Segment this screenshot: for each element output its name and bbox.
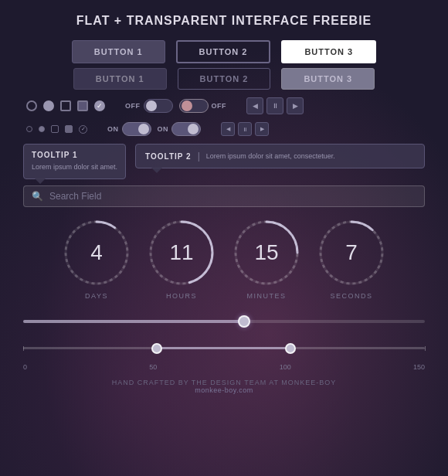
footer-url[interactable]: monkee-boy.com — [23, 386, 425, 394]
minutes-label: MINUTES — [247, 292, 287, 300]
toggle-off-2[interactable]: OFF — [179, 99, 227, 113]
search-icon: 🔍 — [32, 191, 43, 202]
media-next-button[interactable]: ▶ — [287, 97, 304, 114]
button-3-secondary[interactable]: BUTTON 3 — [281, 68, 375, 90]
tooltip-2-separator: | — [198, 151, 200, 162]
media-pause-button[interactable]: ⏸ — [266, 97, 283, 114]
toggle-switch-4[interactable] — [171, 122, 201, 136]
toggle-switch-3[interactable] — [122, 122, 151, 136]
range-thumb-left[interactable] — [151, 343, 162, 354]
footer-credit: HAND CRAFTED BY THE DESIGN TEAM AT MONKE… — [23, 379, 425, 386]
checkbox-unchecked-2[interactable] — [77, 100, 88, 111]
range-labels: 0 50 100 150 — [23, 363, 425, 371]
range-slider-track — [23, 347, 425, 349]
single-slider-track — [23, 320, 425, 323]
range-label-100: 100 — [280, 363, 291, 371]
single-slider-section — [23, 314, 425, 329]
button-2-primary[interactable]: BUTTON 2 — [176, 40, 271, 63]
page-title: FLAT + TRANSPARENT INTERFACE FREEBIE — [23, 14, 425, 28]
media-controls-small: ◀ ⏸ ▶ — [221, 122, 269, 136]
range-thumb-right[interactable] — [285, 343, 296, 354]
timer-hours: 11 HOURS — [147, 218, 216, 300]
timer-days: 4 DAYS — [62, 218, 131, 300]
radio-selected[interactable] — [43, 100, 54, 111]
search-field-wrapper: 🔍 — [23, 185, 425, 207]
single-slider-thumb[interactable] — [238, 315, 250, 328]
range-slider-fill — [157, 347, 290, 349]
hours-number: 11 — [169, 242, 193, 264]
buttons-row-2: BUTTON 1 BUTTON 2 BUTTON 3 — [23, 68, 425, 90]
media-next-small[interactable]: ▶ — [255, 122, 269, 136]
media-pause-small[interactable]: ⏸ — [238, 122, 252, 136]
tooltip-2: TOOLTIP 2 | Lorem ipsum dolor sit amet, … — [135, 144, 425, 168]
single-slider-fill — [23, 320, 244, 323]
dot-5[interactable]: ✓ — [79, 125, 87, 134]
range-slider-section: 0 50 100 150 — [23, 337, 425, 371]
days-number: 4 — [90, 242, 103, 264]
dot-4[interactable] — [65, 125, 73, 133]
radio-unselected-1[interactable] — [26, 100, 37, 111]
single-slider-wrap — [23, 314, 425, 329]
tooltips-row: TOOLTIP 1 Lorem ipsum dolor sit amet. TO… — [23, 144, 425, 179]
media-prev-small[interactable]: ◀ — [221, 122, 235, 136]
range-label-50: 50 — [149, 363, 157, 371]
tooltip-1: TOOLTIP 1 Lorem ipsum dolor sit amet. — [23, 144, 126, 179]
dot-1[interactable] — [26, 126, 32, 132]
buttons-row-1: BUTTON 1 BUTTON 2 BUTTON 3 — [23, 40, 425, 63]
range-slider-wrap — [23, 337, 425, 360]
media-prev-button[interactable]: ◀ — [246, 97, 263, 114]
range-label-0: 0 — [23, 363, 27, 371]
range-label-150: 150 — [413, 363, 425, 371]
days-label: DAYS — [85, 292, 108, 300]
checkbox-checked[interactable]: ✓ — [94, 100, 105, 111]
toggle-switch-1[interactable] — [144, 99, 173, 113]
button-2-secondary[interactable]: BUTTON 2 — [178, 68, 271, 90]
seconds-number: 7 — [345, 242, 358, 264]
search-input[interactable] — [49, 191, 416, 202]
toggle-switch-2[interactable] — [179, 99, 209, 113]
button-1-secondary[interactable]: BUTTON 1 — [73, 68, 167, 90]
checkbox-unchecked-1[interactable] — [60, 100, 71, 111]
controls-row-2: ✓ ON ON ◀ ⏸ ▶ — [26, 122, 425, 136]
timers-row: 4 DAYS 11 HOURS — [23, 218, 425, 300]
hours-label: HOURS — [166, 292, 197, 300]
button-1-primary[interactable]: BUTTON 1 — [72, 40, 165, 63]
toggle-off-1[interactable]: OFF — [125, 99, 173, 113]
dot-3[interactable] — [51, 125, 59, 133]
seconds-label: SECONDS — [330, 292, 372, 300]
controls-row-1: ✓ OFF OFF ◀ ⏸ ▶ — [26, 97, 425, 114]
timer-minutes: 15 MINUTES — [232, 218, 301, 300]
footer: HAND CRAFTED BY THE DESIGN TEAM AT MONKE… — [23, 379, 425, 394]
tooltip-2-title: TOOLTIP 2 — [145, 152, 192, 161]
timer-seconds: 7 SECONDS — [317, 218, 386, 300]
tooltip-1-body: Lorem ipsum dolor sit amet. — [32, 162, 117, 172]
dot-2[interactable] — [39, 126, 45, 132]
toggle-on-1[interactable]: ON — [107, 122, 151, 136]
tooltip-1-title: TOOLTIP 1 — [32, 151, 117, 159]
media-controls: ◀ ⏸ ▶ — [246, 97, 304, 114]
button-3-primary[interactable]: BUTTON 3 — [281, 40, 376, 63]
toggle-on-2[interactable]: ON — [158, 122, 202, 136]
tooltip-2-body: Lorem ipsum dolor sit amet, consectetuer… — [206, 152, 335, 160]
minutes-number: 15 — [254, 242, 278, 264]
